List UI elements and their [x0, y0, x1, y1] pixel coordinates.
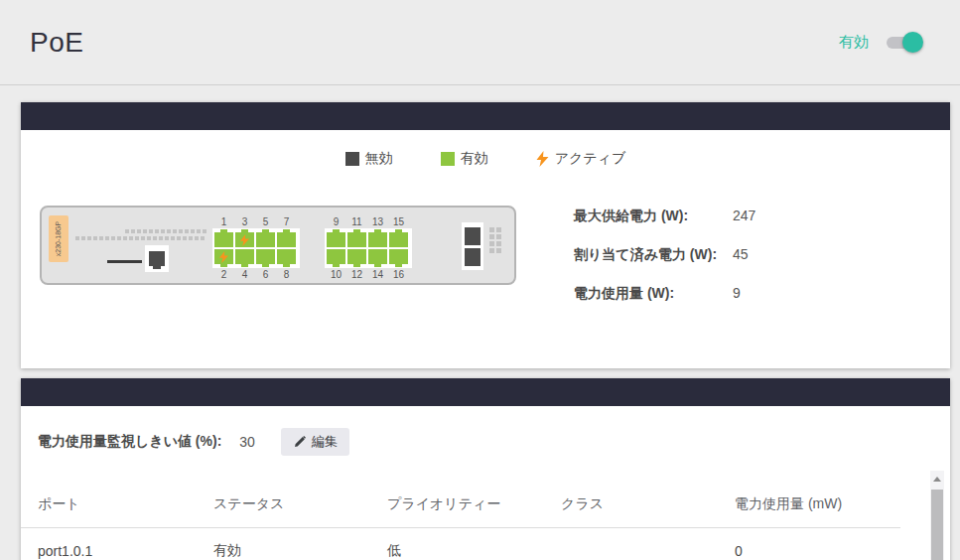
port-8	[277, 249, 296, 264]
table-row[interactable]: port1.0.1 有効 低 0	[21, 528, 900, 560]
legend-disabled: 無効	[345, 150, 393, 168]
port-number: 6	[256, 269, 275, 280]
rj45-jack-icon	[149, 251, 165, 266]
stat-label: 割り当て済み電力 (W):	[574, 246, 733, 264]
port-10	[327, 249, 345, 264]
col-header-priority: プライオリティー	[387, 482, 561, 528]
cell-class	[561, 528, 735, 560]
poe-toggle-switch[interactable]	[887, 37, 920, 49]
port-14	[368, 249, 387, 264]
stat-label: 最大供給電力 (W):	[574, 208, 733, 225]
console-slot	[107, 260, 142, 263]
port-1	[214, 232, 233, 247]
port-number: 4	[235, 269, 254, 280]
port-state-legend: 無効 有効 アクティブ	[21, 150, 950, 168]
port-numbers-bottom: 2 4 6 8	[212, 269, 300, 280]
port-number: 16	[389, 269, 408, 280]
port-number: 12	[347, 269, 366, 280]
scrollbar-thumb[interactable]	[931, 490, 943, 560]
poe-overview-card: 無効 有効 アクティブ x230-18GP	[21, 102, 950, 368]
stat-label: 電力使用量 (W):	[574, 285, 733, 303]
power-stats: 最大供給電力 (W): 247 割り当て済み電力 (W): 45 電力使用量 (…	[574, 206, 755, 324]
col-header-port: ポート	[21, 482, 213, 528]
port-11	[347, 232, 366, 247]
management-port	[145, 245, 169, 272]
sfp-port-17	[465, 227, 480, 245]
cell-port: port1.0.1	[21, 528, 213, 560]
cell-power: 0	[735, 528, 900, 560]
main-content: 無効 有効 アクティブ x230-18GP	[0, 102, 960, 560]
stat-power-usage: 電力使用量 (W): 9	[574, 285, 755, 303]
port-number: 2	[214, 269, 233, 280]
switch-model-tag: x230-18GP	[49, 215, 69, 262]
port-group-2: 9 11 13 15	[325, 216, 412, 280]
page-header: PoE 有効	[0, 0, 960, 85]
poe-ports-card: 電力使用量監視しきい値 (%): 30 編集 ポート ステータス プライオリティ…	[21, 378, 950, 560]
legend-active: アクティブ	[536, 150, 626, 168]
port-number: 9	[327, 216, 345, 227]
port-7	[277, 232, 296, 247]
port-9	[327, 232, 345, 247]
edit-threshold-button[interactable]: 編集	[281, 428, 349, 456]
port-13	[368, 232, 387, 247]
page-title: PoE	[30, 27, 83, 59]
col-header-power: 電力使用量 (mW)	[735, 482, 900, 528]
port-6	[256, 249, 275, 264]
table-scrollbar[interactable]	[930, 471, 944, 560]
scroll-up-icon[interactable]	[933, 477, 941, 482]
legend-active-label: アクティブ	[555, 150, 626, 168]
port-number: 3	[235, 216, 254, 227]
port-number: 7	[277, 216, 296, 227]
port-number: 15	[389, 216, 408, 227]
threshold-value: 30	[239, 434, 255, 450]
status-led-grid	[489, 227, 501, 253]
port-5	[256, 232, 275, 247]
ports-panel	[325, 228, 412, 268]
pencil-icon	[293, 436, 306, 449]
port-numbers-bottom: 10 12 14 16	[325, 269, 412, 280]
col-header-class: クラス	[561, 482, 735, 528]
port-numbers-top: 1 3 5 7	[212, 216, 300, 227]
port-number: 11	[347, 216, 366, 227]
stat-value: 9	[733, 285, 741, 303]
stat-allocated-power: 割り当て済み電力 (W): 45	[574, 246, 755, 264]
port-number: 14	[368, 269, 387, 280]
port-number: 13	[368, 216, 387, 227]
switch-model-label: x230-18GP	[56, 221, 63, 256]
table-header-row: ポート ステータス プライオリティー クラス 電力使用量 (mW)	[21, 482, 900, 528]
port-number: 8	[277, 269, 296, 280]
port-16	[389, 249, 408, 264]
port-group-1: 1 3 5 7	[212, 216, 300, 280]
port-3	[235, 232, 254, 247]
sfp-port-18	[465, 248, 480, 266]
port-number: 1	[214, 216, 233, 227]
stat-value: 247	[733, 208, 755, 225]
led-strip-top	[125, 229, 206, 233]
switch-front-panel: x230-18GP 1 3 5 7	[40, 206, 516, 285]
cell-priority: 低	[387, 528, 561, 560]
poe-port-table: ポート ステータス プライオリティー クラス 電力使用量 (mW) port1.…	[21, 482, 900, 560]
threshold-row: 電力使用量監視しきい値 (%): 30 編集	[21, 406, 950, 456]
poe-enable-group: 有効	[839, 33, 920, 52]
lightning-icon	[536, 151, 549, 167]
device-row: x230-18GP 1 3 5 7	[40, 206, 950, 368]
port-15	[389, 232, 408, 247]
stat-value: 45	[733, 246, 749, 264]
overview-card-header-bar	[21, 102, 950, 130]
port-2	[214, 249, 233, 264]
stat-max-power: 最大供給電力 (W): 247	[574, 208, 755, 225]
toggle-knob[interactable]	[902, 32, 923, 53]
port-3-active-icon	[240, 234, 249, 246]
port-2-active-icon	[219, 251, 228, 263]
cell-status: 有効	[213, 528, 387, 560]
port-12	[347, 249, 366, 264]
legend-enabled-label: 有効	[461, 150, 488, 168]
led-strip-bottom	[75, 236, 205, 240]
port-number: 10	[327, 269, 345, 280]
legend-disabled-label: 無効	[365, 150, 393, 168]
edit-button-label: 編集	[312, 433, 338, 451]
port-4	[235, 249, 254, 264]
disabled-swatch-icon	[345, 152, 359, 166]
threshold-label: 電力使用量監視しきい値 (%):	[38, 433, 221, 451]
enabled-swatch-icon	[441, 152, 455, 166]
